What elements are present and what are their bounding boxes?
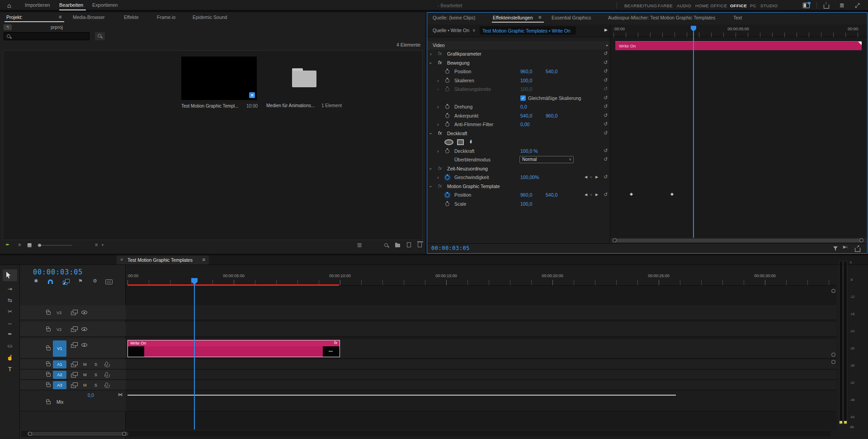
toggle-timeline-view-icon[interactable]: ▶ [604, 28, 608, 32]
track-lane-v1[interactable]: Write On fx [126, 339, 836, 359]
h-scrollbar-track[interactable] [21, 431, 831, 437]
chevron-down-icon[interactable]: › [428, 62, 434, 64]
ec-zoom-handle-left[interactable] [613, 238, 617, 242]
playhead-line[interactable] [194, 284, 195, 430]
reset-icon[interactable]: ↺ [604, 104, 608, 109]
rect-mask-icon[interactable] [457, 139, 464, 145]
list-view-icon[interactable]: ≡ [18, 242, 21, 247]
keyframe-diamond[interactable]: ◆ [630, 192, 633, 196]
chevron-right-icon[interactable]: › [437, 86, 439, 92]
stopwatch-icon[interactable] [445, 123, 449, 127]
reset-icon[interactable]: ↺ [604, 156, 608, 162]
sync-lock-icon[interactable] [71, 382, 77, 387]
slip-tool-icon[interactable]: ↔ [4, 318, 16, 328]
reset-icon[interactable]: ↺ [604, 130, 608, 136]
stopwatch-icon[interactable] [445, 114, 449, 118]
writable-pencil-icon[interactable]: ✒ [5, 242, 9, 248]
panel-menu-icon[interactable]: ≡ [538, 14, 541, 20]
voiceover-mic-icon[interactable] [105, 382, 108, 387]
workspace-studio[interactable]: STUDIO [760, 3, 778, 8]
solo-button[interactable]: S [94, 362, 97, 367]
reset-icon[interactable]: ↺ [604, 113, 608, 118]
source-patch-a3[interactable]: A3 [53, 381, 66, 389]
mix-volume-line[interactable] [127, 395, 676, 396]
lock-icon[interactable] [47, 373, 51, 377]
tab-frameio[interactable]: Frame.io [157, 14, 175, 20]
solo-button[interactable]: S [94, 383, 97, 387]
zoom-slider-handle[interactable] [38, 244, 41, 247]
v-scroll-handle[interactable] [831, 360, 835, 364]
mute-button[interactable]: M [83, 373, 87, 377]
chevron-right-icon[interactable]: › [437, 104, 439, 109]
h-zoom-handle-right[interactable] [122, 432, 126, 436]
lock-icon[interactable] [47, 312, 51, 315]
voiceover-mic-icon[interactable] [105, 362, 108, 366]
reset-icon[interactable]: ↺ [604, 174, 608, 180]
reset-icon[interactable]: ↺ [604, 95, 608, 101]
ec-timecode[interactable]: 00:00:03:05 [431, 245, 470, 251]
new-bin-icon[interactable] [395, 244, 400, 247]
add-keyframe-icon[interactable]: ○ [590, 175, 592, 179]
source-patch-a2[interactable]: A2 [53, 371, 66, 379]
lock-icon[interactable] [47, 384, 51, 387]
chevron-down-icon[interactable]: › [428, 133, 434, 135]
voiceover-mic-icon[interactable] [105, 372, 108, 376]
chevron-right-icon[interactable]: › [437, 175, 439, 180]
v-scroll-handle[interactable] [831, 289, 835, 293]
snap-icon[interactable] [48, 279, 53, 284]
mute-button[interactable]: M [83, 362, 87, 367]
filter-properties-icon[interactable] [833, 246, 838, 249]
razor-tool-icon[interactable]: ✂ [4, 307, 16, 316]
tab-essential-graphics[interactable]: Essential Graphics [552, 15, 591, 20]
pen-tool-icon[interactable]: ✒ [4, 329, 16, 339]
workspace-farbe[interactable]: FARBE [658, 3, 673, 8]
chevron-down-icon[interactable]: › [428, 186, 434, 188]
automate-to-sequence-icon[interactable]: ▥ [357, 242, 362, 248]
menu-bearbeiten[interactable]: Bearbeiten [59, 2, 83, 8]
chevron-right-icon[interactable]: › [430, 51, 432, 57]
next-keyframe-icon[interactable]: ▶ [595, 193, 598, 197]
export-icon[interactable] [855, 248, 860, 252]
mute-button[interactable]: M [83, 383, 87, 387]
stopwatch-icon[interactable] [445, 202, 449, 206]
sequence-thumbnail[interactable]: ≣ [181, 57, 257, 100]
h-zoom-handle-left[interactable] [28, 432, 32, 436]
tab-epidemic-sound[interactable]: Epidemic Sound [193, 14, 227, 20]
chevron-right-icon[interactable]: › [437, 122, 439, 127]
icon-view-icon[interactable]: ▦ [27, 242, 32, 248]
zoom-slider[interactable] [37, 245, 72, 245]
v-scroll-handle[interactable] [831, 353, 835, 357]
next-keyframe-icon[interactable]: ▶ [595, 175, 598, 179]
lock-icon[interactable] [47, 347, 51, 350]
solo-button[interactable]: S [94, 373, 97, 377]
source-patch-v1[interactable]: V1 [53, 340, 66, 357]
workspace-bearbeitung[interactable]: BEARBEITUNG [624, 3, 657, 8]
tab-effekteinstellungen[interactable]: Effekteinstellungen [493, 15, 533, 20]
rectangle-tool-icon[interactable]: ▭ [4, 341, 16, 351]
track-lane-v2[interactable] [126, 322, 836, 337]
tab-effekte[interactable]: Effekte [124, 14, 139, 20]
stopwatch-icon-active[interactable] [445, 193, 449, 197]
stopwatch-icon[interactable] [445, 105, 449, 109]
sort-icon[interactable]: ≡ [95, 242, 98, 247]
lock-icon[interactable] [47, 401, 51, 404]
chevron-down-icon[interactable]: › [428, 168, 434, 170]
menu-exportieren[interactable]: Exportieren [92, 2, 118, 8]
new-item-icon[interactable] [407, 242, 411, 247]
tab-quelle[interactable]: Quelle: (keine Clips) [433, 15, 476, 20]
timeline-settings-icon[interactable]: ⚙ [93, 278, 97, 284]
sync-lock-icon[interactable] [71, 372, 77, 377]
home-icon[interactable]: ⌂ [7, 2, 11, 9]
fx-icon[interactable]: fx [438, 130, 442, 136]
track-lane-a2[interactable] [126, 370, 836, 380]
linked-selection-icon[interactable] [63, 279, 69, 284]
clip-write-on[interactable]: Write On fx [127, 340, 340, 357]
ec-zoom-scrollbar-thumb[interactable] [614, 239, 862, 242]
add-marker-icon[interactable]: ⚑ [78, 278, 83, 284]
stopwatch-icon[interactable] [445, 70, 449, 74]
toggle-track-output-icon[interactable] [81, 343, 87, 347]
breadcrumb[interactable]: prproj [51, 24, 63, 30]
workspace-home-office[interactable]: HOME OFFICE [695, 3, 727, 8]
track-lane-v3[interactable] [126, 305, 836, 320]
stopwatch-icon[interactable] [445, 149, 449, 153]
